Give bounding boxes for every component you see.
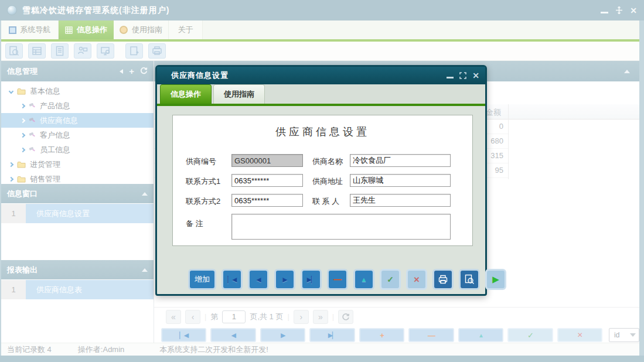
name-field[interactable] bbox=[350, 154, 451, 167]
dialog-close-icon[interactable]: ✕ bbox=[472, 71, 479, 80]
dialog-tab-user-guide[interactable]: 使用指南 bbox=[213, 84, 265, 104]
delete-button[interactable]: — bbox=[327, 269, 348, 290]
dialog-tabbar: 信息操作 使用指南 bbox=[157, 84, 485, 106]
phone2-label: 联系方式2 bbox=[186, 196, 220, 207]
dialog-button-bar: 增加 ▏◀ ◀ ▶ ▶▏ — ▲ ✓ ✕ ▶ bbox=[188, 269, 506, 290]
phone2-field[interactable] bbox=[231, 194, 303, 207]
cancel-button[interactable]: ✕ bbox=[406, 269, 427, 290]
dialog-titlebar: 供应商信息设置 ✕ bbox=[157, 67, 485, 84]
dialog-minimize-icon[interactable] bbox=[447, 77, 454, 78]
remark-field[interactable] bbox=[231, 214, 451, 240]
code-field[interactable] bbox=[231, 154, 303, 167]
save-button[interactable]: ✓ bbox=[380, 269, 401, 290]
dialog-tab-info-operate[interactable]: 信息操作 bbox=[160, 84, 212, 104]
first-record-button[interactable]: ▏◀ bbox=[222, 269, 243, 290]
run-button[interactable]: ▶ bbox=[485, 269, 506, 290]
next-record-button[interactable]: ▶ bbox=[274, 269, 295, 290]
dialog-title: 供应商信息设置 bbox=[171, 70, 229, 81]
address-label: 供商地址 bbox=[312, 176, 343, 187]
remark-label: 备 注 bbox=[186, 218, 203, 229]
contact-field[interactable] bbox=[350, 194, 451, 207]
app-window: 雪糕冷饮进销存管理系统(非注册用户) ✕ 系统导航 bbox=[0, 0, 644, 362]
address-field[interactable] bbox=[350, 174, 451, 187]
supplier-form: 供应商信息设置 供商编号 供商名称 联系方式1 供商地址 联系方式2 联 系 人… bbox=[172, 115, 473, 246]
last-record-button[interactable]: ▶▏ bbox=[301, 269, 322, 290]
print-button[interactable] bbox=[432, 269, 454, 290]
contact-label: 联 系 人 bbox=[312, 196, 339, 207]
phone1-label: 联系方式1 bbox=[186, 176, 220, 187]
phone1-field[interactable] bbox=[231, 174, 303, 187]
prev-record-button[interactable]: ◀ bbox=[248, 269, 269, 290]
edit-button[interactable]: ▲ bbox=[353, 269, 374, 290]
preview-button[interactable] bbox=[459, 269, 480, 290]
name-label: 供商名称 bbox=[312, 156, 343, 167]
supplier-settings-dialog: 供应商信息设置 ✕ 信息操作 使用指南 供应商信息设置 供商编号 供商名称 bbox=[155, 65, 487, 296]
dialog-maximize-icon[interactable] bbox=[459, 72, 466, 79]
add-button[interactable]: 增加 bbox=[188, 269, 216, 290]
form-title: 供应商信息设置 bbox=[173, 125, 472, 139]
dialog-body: 供应商信息设置 供商编号 供商名称 联系方式1 供商地址 联系方式2 联 系 人… bbox=[157, 106, 485, 294]
code-label: 供商编号 bbox=[186, 156, 216, 167]
